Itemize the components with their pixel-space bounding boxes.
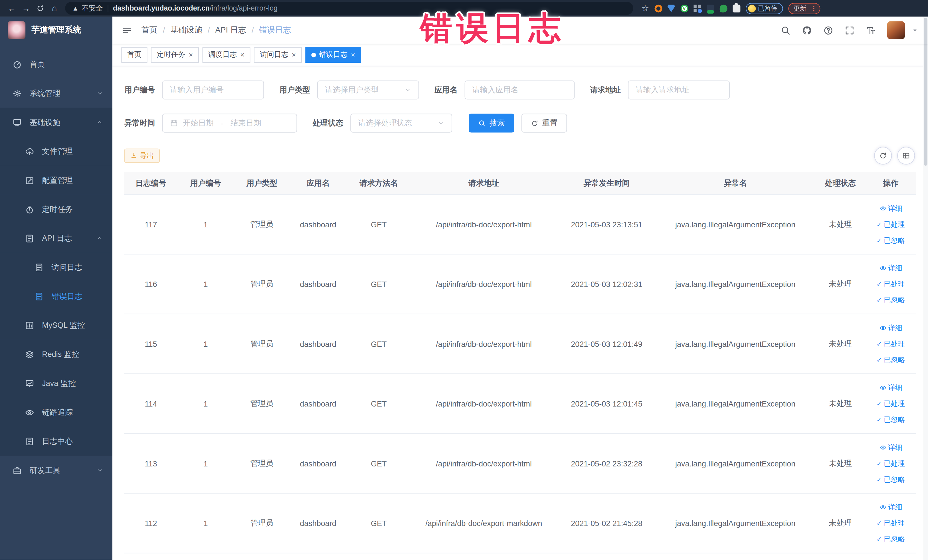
sidebar-item-api-log[interactable]: API 日志 xyxy=(0,224,112,253)
check-icon: ✓ xyxy=(876,520,882,526)
timer-icon xyxy=(25,204,34,214)
action-detail-link[interactable]: 详细 xyxy=(879,383,902,392)
tab-调度日志[interactable]: 调度日志× xyxy=(203,47,250,63)
req-url-input[interactable]: 请输入请求地址 xyxy=(628,81,730,99)
sidebar-item-file[interactable]: 文件管理 xyxy=(0,137,112,166)
font-size-icon[interactable] xyxy=(866,25,876,35)
action-detail-link[interactable]: 详细 xyxy=(879,203,902,214)
user-type-select[interactable]: 请选择用户类型 xyxy=(317,81,419,99)
tab-错误日志[interactable]: 错误日志× xyxy=(305,47,361,63)
select-caret-icon xyxy=(404,87,411,93)
check-icon: ✓ xyxy=(876,221,882,227)
action-ignore-link[interactable]: ✓已忽略 xyxy=(876,475,905,484)
help-icon[interactable] xyxy=(823,25,833,35)
action-done-link[interactable]: ✓已处理 xyxy=(876,398,905,409)
forward-icon[interactable]: → xyxy=(19,1,33,15)
sidebar-item-devtools[interactable]: 研发工具 xyxy=(0,456,112,485)
user-id-input[interactable]: 请输入用户编号 xyxy=(162,81,264,99)
sidebar-item-label: MySQL 监控 xyxy=(42,320,85,330)
cell-app: dashboard xyxy=(290,519,346,528)
sidebar-item-infra[interactable]: 基础设施 xyxy=(0,108,112,137)
action-ignore-link[interactable]: ✓已忽略 xyxy=(876,295,905,305)
action-ignore-link[interactable]: ✓已忽略 xyxy=(876,235,905,245)
tab-定时任务[interactable]: 定时任务× xyxy=(151,47,199,63)
exception-time-input[interactable]: 开始日期-结束日期 xyxy=(162,113,297,132)
address-bar[interactable]: ▲️ 不安全 dashboard.yudao.iocoder.cn/infra/… xyxy=(65,2,633,15)
action-done-link[interactable]: ✓已处理 xyxy=(876,220,905,229)
search-button-label: 搜索 xyxy=(490,118,505,128)
tab-首页[interactable]: 首页 xyxy=(121,47,147,63)
export-button[interactable]: 导出 xyxy=(124,149,160,163)
sidebar-item-label: Redis 监控 xyxy=(42,349,79,359)
tab-close-icon[interactable]: × xyxy=(240,51,244,58)
tab-close-icon[interactable]: × xyxy=(351,51,355,58)
search-icon[interactable] xyxy=(780,25,791,35)
extension-grid-icon[interactable] xyxy=(693,5,701,12)
action-done-link[interactable]: ✓已处理 xyxy=(876,339,905,349)
sidebar-item-error-log[interactable]: 错误日志 xyxy=(0,282,112,311)
paused-pill-button[interactable]: 已暂停 xyxy=(745,3,783,14)
action-done-link[interactable]: ✓已处理 xyxy=(876,458,905,468)
action-detail-link[interactable]: 详细 xyxy=(879,502,902,512)
table-row: 1141管理员dashboardGET/api/infra/db-doc/exp… xyxy=(124,374,916,434)
tab-访问日志[interactable]: 访问日志× xyxy=(254,47,302,63)
tab-close-icon[interactable]: × xyxy=(292,51,296,58)
scrollbar[interactable] xyxy=(923,17,928,560)
caret-down-icon[interactable] xyxy=(911,26,919,34)
action-detail-link[interactable]: 详细 xyxy=(879,263,902,273)
bookmark-star-icon[interactable]: ☆ xyxy=(642,3,649,13)
breadcrumb-item[interactable]: 首页 xyxy=(142,25,157,35)
sidebar-item-redis[interactable]: Redis 监控 xyxy=(0,340,112,369)
fullscreen-icon[interactable] xyxy=(844,25,855,35)
update-pill-button[interactable]: 更新 ⋮ xyxy=(788,3,820,14)
refresh-icon xyxy=(531,119,539,127)
action-ignore-link[interactable]: ✓已忽略 xyxy=(876,355,905,365)
sidebar-item-mysql[interactable]: MySQL 监控 xyxy=(0,311,112,340)
github-icon[interactable] xyxy=(802,25,812,35)
action-detail-link[interactable]: 详细 xyxy=(879,443,902,452)
home-icon[interactable]: ⌂ xyxy=(47,1,62,15)
extension-on-badge-icon[interactable] xyxy=(706,5,714,12)
extension-sprout-icon[interactable] xyxy=(719,5,727,12)
browser-menu-icon[interactable]: ⋮ xyxy=(810,5,817,12)
extension-shield-icon[interactable] xyxy=(667,5,675,12)
extension-orange-icon[interactable] xyxy=(655,5,662,12)
sidebar-item-system[interactable]: 系统管理 xyxy=(0,79,112,108)
sidebar-item-trace[interactable]: 链路追踪 xyxy=(0,398,112,427)
extensions-puzzle-icon[interactable] xyxy=(732,5,740,12)
reload-icon[interactable] xyxy=(33,1,47,15)
app-name-input[interactable]: 请输入应用名 xyxy=(465,81,575,99)
search-button[interactable]: 搜索 xyxy=(469,113,514,132)
check-icon: ✓ xyxy=(876,237,882,244)
sidebar-logo[interactable]: 芋道管理系统 xyxy=(0,17,112,44)
refresh-icon xyxy=(879,151,887,160)
column-settings-button[interactable] xyxy=(897,147,915,165)
user-avatar[interactable] xyxy=(887,21,905,39)
column-header: 应用名 xyxy=(290,178,346,188)
sidebar-item-job[interactable]: 定时任务 xyxy=(0,195,112,224)
cell-id: 117 xyxy=(124,220,178,229)
back-icon[interactable]: ← xyxy=(5,1,19,15)
check-icon: ✓ xyxy=(876,357,882,363)
action-ignore-link[interactable]: ✓已忽略 xyxy=(876,415,905,424)
breadcrumb-item[interactable]: 基础设施 xyxy=(170,25,202,35)
action-done-link[interactable]: ✓已处理 xyxy=(876,279,905,289)
action-done-link[interactable]: ✓已处理 xyxy=(876,518,905,528)
breadcrumb-item[interactable]: API 日志 xyxy=(215,25,246,35)
chevron-down-icon xyxy=(96,467,103,473)
tab-close-icon[interactable]: × xyxy=(189,51,193,58)
reset-button[interactable]: 重置 xyxy=(522,113,567,132)
sidebar-item-config[interactable]: 配置管理 xyxy=(0,166,112,195)
hamburger-icon[interactable] xyxy=(122,25,132,35)
sidebar-item-home[interactable]: 首页 xyxy=(0,50,112,79)
refresh-table-button[interactable] xyxy=(874,147,892,165)
cell-exception: java.lang.IllegalArgumentException xyxy=(657,459,814,468)
extension-green-v-icon[interactable]: V xyxy=(681,5,688,12)
sidebar-item-java[interactable]: Java 监控 xyxy=(0,369,112,398)
action-detail-link[interactable]: 详细 xyxy=(879,323,902,333)
sidebar-item-log-center[interactable]: 日志中心 xyxy=(0,427,112,456)
sidebar-item-access-log[interactable]: 访问日志 xyxy=(0,253,112,282)
action-ignore-link[interactable]: ✓已忽略 xyxy=(876,534,905,544)
sidebar-item-label: Java 监控 xyxy=(42,378,76,389)
process-status-select[interactable]: 请选择处理状态 xyxy=(350,113,452,132)
